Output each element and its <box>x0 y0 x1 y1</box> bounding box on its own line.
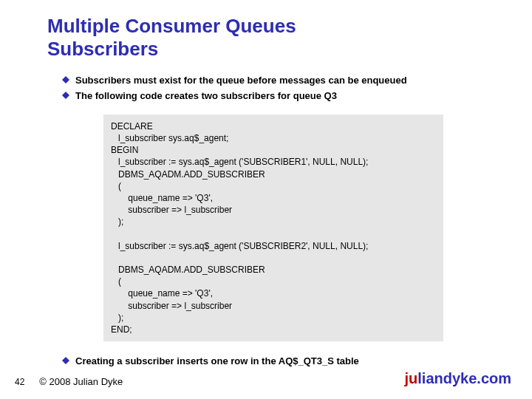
bullet-item: Creating a subscriber inserts one row in… <box>62 355 532 368</box>
svg-marker-1 <box>62 92 69 99</box>
slide: Multiple Consumer Queues Subscribers Sub… <box>0 0 532 399</box>
site-url: juliandyke.com <box>405 370 512 387</box>
code-block: DECLARE l_subscriber sys.aq$_agent; BEGI… <box>103 115 443 341</box>
title-line-2: Subscribers <box>47 38 158 60</box>
svg-marker-0 <box>62 76 69 83</box>
bullet-list: Subscribers must exist for the queue bef… <box>62 74 502 102</box>
site-url-part2: liandyke.com <box>417 370 511 386</box>
svg-marker-2 <box>62 357 69 364</box>
title-line-1: Multiple Consumer Queues <box>47 15 296 37</box>
bullet-text: The following code creates two subscribe… <box>75 89 337 103</box>
diamond-icon <box>62 357 75 364</box>
bullet-text: Creating a subscriber inserts one row in… <box>75 355 359 368</box>
diamond-icon <box>62 92 75 99</box>
site-url-part1: ju <box>405 370 418 386</box>
bullet-text: Subscribers must exist for the queue bef… <box>75 74 407 87</box>
copyright-text: © 2008 Julian Dyke <box>39 376 123 387</box>
slide-title: Multiple Consumer Queues Subscribers <box>47 15 532 61</box>
footer: 42 © 2008 Julian Dyke juliandyke.com <box>0 370 532 387</box>
diamond-icon <box>62 76 75 83</box>
page-number: 42 <box>15 377 24 387</box>
bullet-item: The following code creates two subscribe… <box>62 89 502 103</box>
bullet-item: Subscribers must exist for the queue bef… <box>62 74 502 87</box>
